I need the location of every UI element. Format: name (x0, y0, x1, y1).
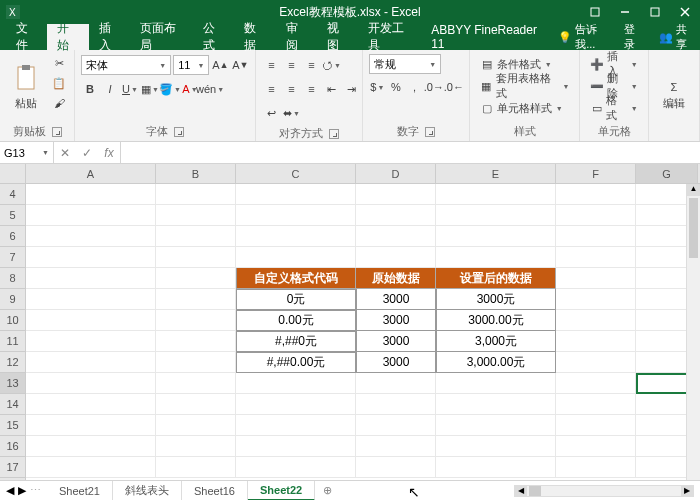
cell-D14[interactable] (356, 394, 436, 415)
cell-F14[interactable] (556, 394, 636, 415)
cell-C6[interactable] (236, 226, 356, 247)
indent-inc-button[interactable]: ⇥ (342, 80, 360, 98)
cell-E10[interactable]: 3000.00元 (436, 310, 556, 331)
align-launcher[interactable] (329, 129, 339, 139)
cell-E17[interactable] (436, 457, 556, 478)
cell-D9[interactable]: 3000 (356, 289, 436, 310)
cell-C16[interactable] (236, 436, 356, 457)
font-name-combo[interactable]: 宋体▼ (81, 55, 171, 75)
row-header-17[interactable]: 17 (0, 457, 25, 478)
comma-button[interactable]: , (406, 78, 423, 96)
cell-F17[interactable] (556, 457, 636, 478)
ribbon-options-icon[interactable] (580, 0, 610, 24)
cell-F16[interactable] (556, 436, 636, 457)
cell-E14[interactable] (436, 394, 556, 415)
scroll-right-button[interactable]: ▶ (681, 486, 693, 496)
cell-F6[interactable] (556, 226, 636, 247)
tab-insert[interactable]: 插入 (89, 24, 130, 50)
align-top-button[interactable]: ≡ (262, 56, 280, 74)
cell-F12[interactable] (556, 352, 636, 373)
row-header-13[interactable]: 13 (0, 373, 25, 394)
cell-E4[interactable] (436, 184, 556, 205)
font-size-combo[interactable]: 11▼ (173, 55, 209, 75)
cell-E6[interactable] (436, 226, 556, 247)
cell-E5[interactable] (436, 205, 556, 226)
cell-C4[interactable] (236, 184, 356, 205)
cell-F10[interactable] (556, 310, 636, 331)
col-header-A[interactable]: A (26, 164, 156, 183)
align-bottom-button[interactable]: ≡ (302, 56, 320, 74)
row-header-11[interactable]: 11 (0, 331, 25, 352)
phonetic-button[interactable]: wén▼ (201, 80, 219, 98)
cell-E11[interactable]: 3,000元 (436, 331, 556, 352)
border-button[interactable]: ▦▼ (141, 80, 159, 98)
name-box[interactable]: G13▼ (0, 142, 54, 163)
cell-D6[interactable] (356, 226, 436, 247)
vscroll-thumb[interactable] (689, 198, 698, 258)
row-header-15[interactable]: 15 (0, 415, 25, 436)
format-cells-button[interactable]: ▭格式▼ (586, 98, 641, 118)
row-header-16[interactable]: 16 (0, 436, 25, 457)
shrink-font-button[interactable]: A▼ (231, 56, 249, 74)
row-header-14[interactable]: 14 (0, 394, 25, 415)
cell-F9[interactable] (556, 289, 636, 310)
cell-B17[interactable] (156, 457, 236, 478)
cell-C8[interactable]: 自定义格式代码 (236, 268, 356, 289)
sheet-tab-sheet21[interactable]: Sheet21 (47, 481, 113, 501)
cell-F5[interactable] (556, 205, 636, 226)
cell-D4[interactable] (356, 184, 436, 205)
cell-E15[interactable] (436, 415, 556, 436)
tab-data[interactable]: 数据 (234, 24, 275, 50)
cell-D12[interactable]: 3000 (356, 352, 436, 373)
cell-F11[interactable] (556, 331, 636, 352)
sheet-nav-next[interactable]: ▶ (18, 484, 26, 497)
new-sheet-button[interactable]: ⊕ (315, 484, 339, 497)
copy-button[interactable]: 📋 (50, 74, 68, 92)
cell-B11[interactable] (156, 331, 236, 352)
bold-button[interactable]: B (81, 80, 99, 98)
cell-A17[interactable] (26, 457, 156, 478)
row-header-10[interactable]: 10 (0, 310, 25, 331)
cell-B16[interactable] (156, 436, 236, 457)
cell-D8[interactable]: 原始数据 (356, 268, 436, 289)
row-header-12[interactable]: 12 (0, 352, 25, 373)
cell-F7[interactable] (556, 247, 636, 268)
cell-C5[interactable] (236, 205, 356, 226)
cell-C7[interactable] (236, 247, 356, 268)
cell-E13[interactable] (436, 373, 556, 394)
accounting-button[interactable]: $▼ (369, 78, 386, 96)
cell-D17[interactable] (356, 457, 436, 478)
cut-button[interactable]: ✂ (50, 54, 68, 72)
cell-B5[interactable] (156, 205, 236, 226)
cell-A16[interactable] (26, 436, 156, 457)
align-left-button[interactable]: ≡ (262, 80, 280, 98)
cell-D13[interactable] (356, 373, 436, 394)
scroll-up-button[interactable]: ▲ (687, 184, 700, 196)
col-header-D[interactable]: D (356, 164, 436, 183)
italic-button[interactable]: I (101, 80, 119, 98)
align-center-button[interactable]: ≡ (282, 80, 300, 98)
cell-A6[interactable] (26, 226, 156, 247)
cell-B12[interactable] (156, 352, 236, 373)
cell-D7[interactable] (356, 247, 436, 268)
cell-E12[interactable]: 3,000.00元 (436, 352, 556, 373)
cell-B9[interactable] (156, 289, 236, 310)
tell-me[interactable]: 💡告诉我... (550, 22, 616, 52)
sheet-tab-sheet16[interactable]: Sheet16 (182, 481, 248, 501)
tab-home[interactable]: 开始 (47, 24, 88, 50)
row-header-4[interactable]: 4 (0, 184, 25, 205)
cell-B15[interactable] (156, 415, 236, 436)
cell-D5[interactable] (356, 205, 436, 226)
fx-button[interactable]: fx (98, 142, 120, 163)
cell-D16[interactable] (356, 436, 436, 457)
row-header-8[interactable]: 8 (0, 268, 25, 289)
cell-F8[interactable] (556, 268, 636, 289)
tab-abbyy[interactable]: ABBYY FineReader 11 (421, 24, 550, 50)
percent-button[interactable]: % (388, 78, 405, 96)
tab-review[interactable]: 审阅 (276, 24, 317, 50)
grow-font-button[interactable]: A▲ (211, 56, 229, 74)
cell-C13[interactable] (236, 373, 356, 394)
cell-D10[interactable]: 3000 (356, 310, 436, 331)
cell-B14[interactable] (156, 394, 236, 415)
minimize-button[interactable] (610, 0, 640, 24)
